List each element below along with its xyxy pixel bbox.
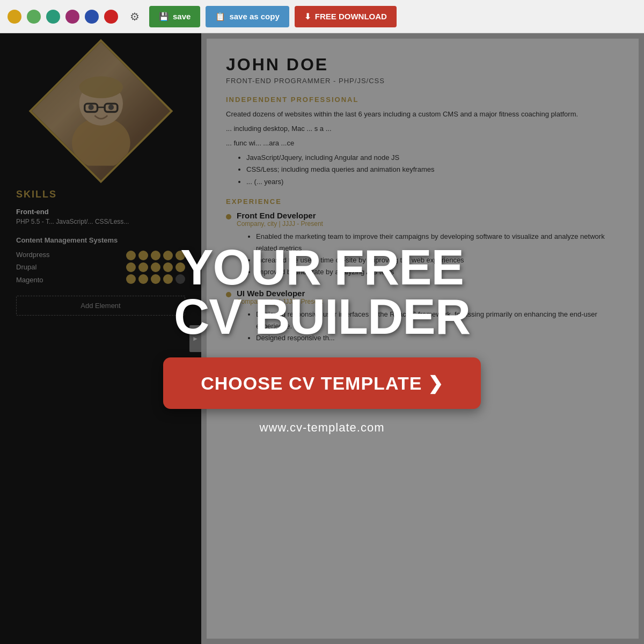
gear-icon: ⚙ bbox=[130, 10, 140, 23]
overlay-headline-line1: YOUR FREE bbox=[180, 240, 464, 295]
main-content: SKILLS Front-end PHP 5.5 - T... JavaScri… bbox=[0, 33, 644, 644]
color-dot-green[interactable] bbox=[27, 10, 41, 24]
copy-icon: 📋 bbox=[215, 12, 225, 21]
color-dot-purple[interactable] bbox=[65, 10, 79, 24]
save-copy-label: save as copy bbox=[229, 12, 279, 21]
save-button[interactable]: 💾 save bbox=[149, 6, 200, 27]
save-label: save bbox=[173, 12, 191, 21]
overlay-headline: YOUR FREE CV BUILDER bbox=[174, 243, 470, 341]
save-copy-button[interactable]: 📋 save as copy bbox=[206, 6, 289, 27]
color-dot-yellow[interactable] bbox=[8, 10, 21, 24]
color-dot-teal[interactable] bbox=[46, 10, 60, 24]
overlay-website-url: www.cv-template.com bbox=[260, 421, 385, 435]
download-label: FREE DOWNLOAD bbox=[315, 12, 387, 21]
color-dot-red[interactable] bbox=[104, 10, 118, 24]
download-button[interactable]: ⬇ FREE DOWNLOAD bbox=[295, 6, 397, 27]
overlay-headline-line2: CV BUILDER bbox=[174, 289, 470, 344]
save-icon: 💾 bbox=[159, 12, 169, 21]
color-dot-blue[interactable] bbox=[85, 10, 99, 24]
settings-button[interactable]: ⚙ bbox=[126, 8, 144, 26]
promo-overlay: YOUR FREE CV BUILDER CHOOSE CV TEMPLATE … bbox=[0, 33, 644, 644]
toolbar: ⚙ 💾 save 📋 save as copy ⬇ FREE DOWNLOAD bbox=[0, 0, 644, 33]
download-icon: ⬇ bbox=[304, 12, 311, 21]
choose-template-button[interactable]: CHOOSE CV TEMPLATE ❯ bbox=[163, 357, 481, 409]
